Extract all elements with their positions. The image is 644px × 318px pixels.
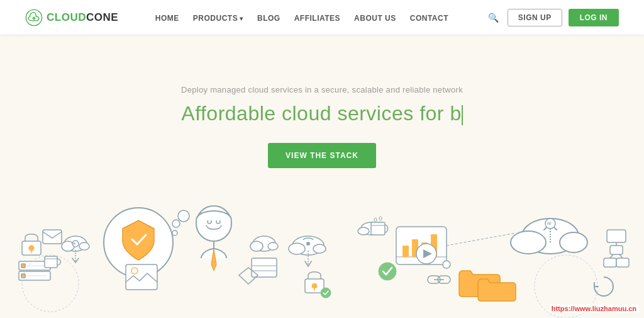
hero-section: Deploy managed cloud services in a secur… [0,35,644,318]
svg-rect-8 [21,274,25,278]
svg-point-50 [560,232,587,253]
svg-point-46 [321,288,331,298]
nav-item-about[interactable]: ABOUT US [354,12,396,23]
hero-illustration [0,167,644,318]
svg-rect-20 [45,256,57,268]
svg-rect-64 [610,246,623,254]
svg-point-41 [306,242,310,246]
svg-point-23 [172,220,180,227]
logo-text: CLOUDCONE [47,11,118,24]
svg-rect-30 [126,264,157,290]
logo-icon [25,9,43,26]
svg-point-72 [358,227,369,235]
logo[interactable]: CLOUDCONE [25,9,118,26]
hero-subtitle: Deploy managed cloud services in a secur… [181,85,463,94]
svg-line-68 [610,254,613,258]
svg-point-34 [268,242,278,250]
nav-links: HOME PRODUCTS BLOG AFFILIATES ABOUT US C… [155,12,448,23]
svg-rect-63 [607,230,626,242]
svg-point-40 [313,244,326,253]
svg-rect-66 [616,258,629,267]
svg-point-49 [511,231,546,254]
watermark: https://www.liuzhamuu.cn [549,304,639,313]
svg-point-58 [443,261,450,268]
nav-item-products[interactable]: PRODUCTS [193,12,243,23]
svg-rect-19 [43,230,62,244]
svg-point-74 [379,263,396,280]
nav-actions: 🔍 SIGN UP LOG IN [486,9,619,26]
navbar: CLOUDCONE HOME PRODUCTS BLOG AFFILIATES … [0,0,644,35]
svg-rect-65 [604,258,616,267]
svg-rect-35 [252,258,277,277]
signup-button[interactable]: SIGN UP [508,9,562,26]
svg-rect-7 [21,264,25,268]
nav-item-affiliates[interactable]: AFFILIATES [294,12,340,23]
search-icon[interactable]: 🔍 [486,10,501,25]
nav-item-contact[interactable]: CONTACT [410,12,448,23]
svg-point-14 [79,242,89,250]
svg-line-59 [447,233,516,246]
svg-point-39 [289,243,305,254]
login-button[interactable]: LOG IN [569,9,619,26]
nav-item-blog[interactable]: BLOG [257,12,280,23]
hero-title: Affordable cloud services for b [181,102,462,125]
svg-point-24 [178,210,189,222]
svg-rect-54 [402,246,409,257]
svg-point-44 [312,283,317,288]
svg-point-33 [250,241,263,251]
svg-point-25 [172,230,177,236]
view-stack-button[interactable]: VIEW THE STACK [268,143,376,168]
svg-rect-75 [371,222,385,235]
svg-point-3 [29,246,34,251]
nav-item-home[interactable]: HOME [155,12,179,23]
svg-line-69 [619,254,623,258]
